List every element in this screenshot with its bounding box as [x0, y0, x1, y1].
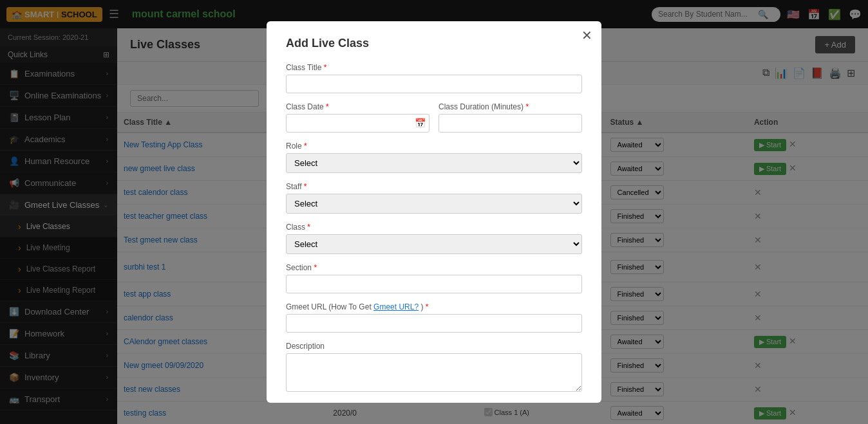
- select-class[interactable]: Select: [286, 234, 582, 254]
- label-section: Section *: [286, 263, 582, 272]
- field-description: Description: [286, 342, 582, 394]
- modal-overlay: ✕ Add Live Class Class Title * Class Dat…: [0, 0, 868, 424]
- label-role: Role *: [286, 142, 582, 151]
- field-class-title: Class Title *: [286, 63, 582, 93]
- form-row-date-duration: Class Date * 📅 Class Duration (Minutes) …: [286, 102, 582, 133]
- date-input-wrapper: 📅: [286, 114, 429, 133]
- label-description: Description: [286, 342, 582, 351]
- required-star: *: [324, 63, 327, 72]
- field-section: Section *: [286, 263, 582, 293]
- input-section[interactable]: [286, 275, 582, 293]
- input-class-date[interactable]: [286, 114, 429, 133]
- field-gmeet-url: Gmeet URL (How To Get Gmeet URL? ) *: [286, 302, 582, 333]
- add-live-class-modal: ✕ Add Live Class Class Title * Class Dat…: [267, 21, 601, 403]
- input-class-duration[interactable]: [439, 114, 582, 133]
- field-role: Role * Select: [286, 142, 582, 173]
- label-staff: Staff *: [286, 182, 582, 191]
- label-class-duration: Class Duration (Minutes) *: [439, 102, 582, 111]
- field-class: Class * Select: [286, 223, 582, 254]
- label-class-date: Class Date *: [286, 102, 429, 111]
- textarea-description[interactable]: [286, 353, 582, 392]
- select-staff[interactable]: Select: [286, 194, 582, 214]
- field-class-duration: Class Duration (Minutes) *: [439, 102, 582, 133]
- field-staff: Staff * Select: [286, 182, 582, 214]
- label-class: Class *: [286, 223, 582, 232]
- select-role[interactable]: Select: [286, 153, 582, 173]
- field-class-date: Class Date * 📅: [286, 102, 429, 133]
- modal-close-button[interactable]: ✕: [581, 28, 592, 43]
- modal-title: Add Live Class: [286, 37, 582, 50]
- label-gmeet-url: Gmeet URL (How To Get Gmeet URL? ) *: [286, 302, 582, 311]
- gmeet-url-link[interactable]: Gmeet URL?: [373, 302, 419, 311]
- label-class-title: Class Title *: [286, 63, 582, 72]
- input-class-title[interactable]: [286, 75, 582, 93]
- calendar-picker-icon[interactable]: 📅: [415, 118, 426, 128]
- input-gmeet-url[interactable]: [286, 314, 582, 333]
